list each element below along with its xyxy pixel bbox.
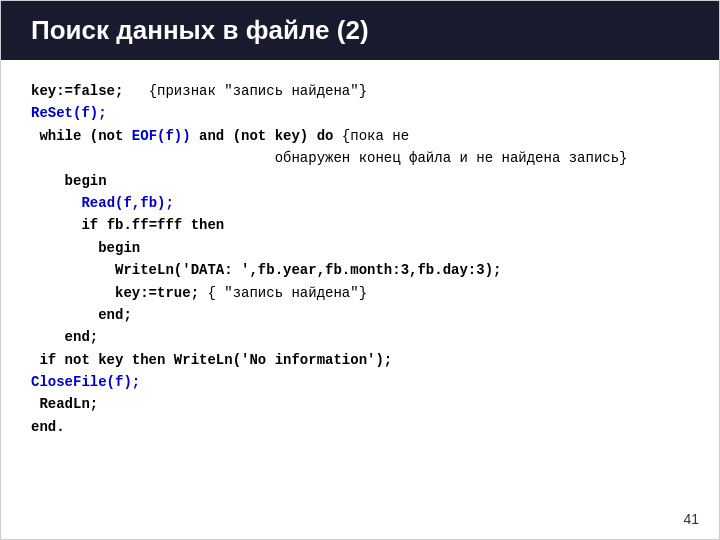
code-block: key:=false; {признак "запись найдена"} R… <box>31 80 689 438</box>
page-number: 41 <box>683 511 699 527</box>
code-token: begin <box>98 240 140 256</box>
code-line-3: while (not EOF(f)) and (not key) do {пок… <box>31 125 689 147</box>
code-token: if fb.ff=fff then <box>81 217 224 233</box>
slide-title: Поиск данных в файле (2) <box>31 15 689 46</box>
code-token: ReadLn; <box>39 396 98 412</box>
code-token: WriteLn('DATA: ',fb.year,fb.month:3,fb.d… <box>115 262 501 278</box>
title-bar: Поиск данных в файле (2) <box>1 1 719 60</box>
code-token: end; <box>65 329 99 345</box>
code-comment: обнаружен конец файла и не найдена запис… <box>31 150 628 166</box>
slide: Поиск данных в файле (2) key:=false; {пр… <box>0 0 720 540</box>
code-token: ReSet(f); <box>31 105 107 121</box>
code-token: begin <box>65 173 107 189</box>
code-comment: {пока не <box>333 128 409 144</box>
code-line-16: end. <box>31 416 689 438</box>
code-token: CloseFile(f); <box>31 374 140 390</box>
code-token: end; <box>98 307 132 323</box>
code-token: EOF(f)) <box>132 128 191 144</box>
code-line-7: if fb.ff=fff then <box>31 214 689 236</box>
code-line-1: key:=false; {признак "запись найдена"} <box>31 80 689 102</box>
code-line-11: end; <box>31 304 689 326</box>
code-token: while (not <box>39 128 131 144</box>
code-token: Read(f,fb); <box>81 195 173 211</box>
code-token: end. <box>31 419 65 435</box>
code-comment: {признак "запись найдена"} <box>149 83 367 99</box>
code-line-12: end; <box>31 326 689 348</box>
code-token: and (not key) do <box>191 128 334 144</box>
code-line-6: Read(f,fb); <box>31 192 689 214</box>
code-line-2: ReSet(f); <box>31 102 689 124</box>
code-token: if not key then WriteLn('No information'… <box>39 352 392 368</box>
code-token: key:=false; <box>31 83 123 99</box>
code-line-4: обнаружен конец файла и не найдена запис… <box>31 147 689 169</box>
code-line-5: begin <box>31 170 689 192</box>
code-line-15: ReadLn; <box>31 393 689 415</box>
code-line-13: if not key then WriteLn('No information'… <box>31 349 689 371</box>
code-line-9: WriteLn('DATA: ',fb.year,fb.month:3,fb.d… <box>31 259 689 281</box>
code-line-10: key:=true; { "запись найдена"} <box>31 282 689 304</box>
code-line-8: begin <box>31 237 689 259</box>
code-line-14: CloseFile(f); <box>31 371 689 393</box>
code-token: key:=true; <box>115 285 199 301</box>
code-comment: { "запись найдена"} <box>199 285 367 301</box>
